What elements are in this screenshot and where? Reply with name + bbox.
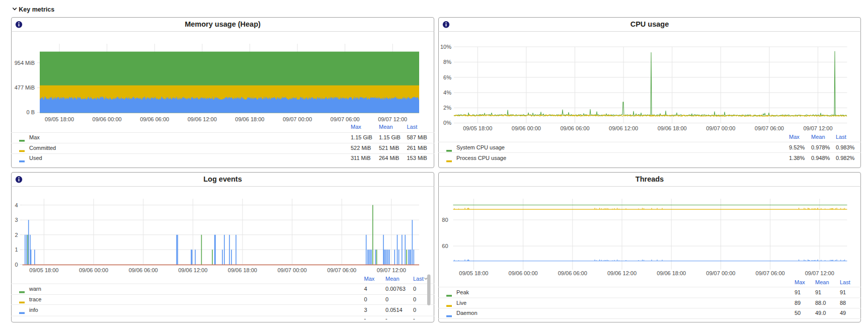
svg-text:0: 0 — [364, 296, 367, 302]
svg-text:09/07 00:00: 09/07 00:00 — [283, 116, 312, 122]
svg-text:4: 4 — [15, 202, 18, 208]
svg-text:09/07 12:00: 09/07 12:00 — [805, 270, 834, 276]
svg-text:91: 91 — [840, 289, 846, 295]
svg-text:09/06 12:00: 09/06 12:00 — [178, 267, 207, 273]
svg-text:Peak: Peak — [456, 289, 469, 295]
svg-text:3: 3 — [15, 217, 18, 223]
svg-text:1.15 GiB: 1.15 GiB — [351, 134, 372, 140]
svg-text:89: 89 — [795, 300, 801, 306]
svg-text:0: 0 — [15, 262, 18, 268]
svg-text:4%: 4% — [443, 90, 451, 96]
svg-text:587 MiB: 587 MiB — [407, 134, 427, 140]
svg-text:Process CPU usage: Process CPU usage — [456, 155, 506, 161]
svg-text:2: 2 — [15, 232, 18, 238]
svg-text:09/07 06:00: 09/07 06:00 — [755, 125, 784, 131]
svg-text:CPU usage: CPU usage — [630, 20, 669, 28]
svg-text:3: 3 — [364, 307, 367, 313]
svg-text:info: info — [29, 307, 38, 313]
svg-text:954 MiB: 954 MiB — [15, 60, 35, 66]
svg-text:Max: Max — [351, 124, 361, 130]
svg-text:10%: 10% — [440, 44, 451, 50]
svg-text:0.00763: 0.00763 — [385, 286, 406, 292]
svg-text:Mean: Mean — [811, 134, 825, 140]
svg-text:Max: Max — [789, 134, 800, 140]
svg-text:System CPU usage: System CPU usage — [456, 144, 505, 150]
svg-text:4: 4 — [364, 286, 367, 292]
svg-text:Last: Last — [407, 124, 418, 130]
svg-text:522 MiB: 522 MiB — [351, 145, 371, 151]
svg-text:2%: 2% — [443, 105, 451, 111]
svg-text:09/07 06:00: 09/07 06:00 — [331, 116, 360, 122]
svg-text:1: 1 — [15, 247, 18, 253]
svg-text:477 MiB: 477 MiB — [15, 85, 35, 91]
svg-text:09/06 00:00: 09/06 00:00 — [512, 125, 541, 131]
svg-text:-: - — [364, 315, 366, 321]
svg-text:0.982%: 0.982% — [836, 155, 855, 161]
svg-text:Mean: Mean — [379, 124, 393, 130]
svg-text:91: 91 — [815, 289, 821, 295]
svg-text:1.15 GiB: 1.15 GiB — [379, 134, 401, 140]
svg-text:09/06 18:00: 09/06 18:00 — [658, 125, 687, 131]
svg-text:Last: Last — [836, 134, 846, 140]
svg-text:09/07 12:00: 09/07 12:00 — [378, 116, 407, 122]
svg-text:0: 0 — [413, 307, 416, 313]
svg-text:9.52%: 9.52% — [789, 144, 805, 150]
svg-text:09/06 12:00: 09/06 12:00 — [609, 125, 638, 131]
svg-text:Key metrics: Key metrics — [19, 6, 54, 13]
svg-text:153 MiB: 153 MiB — [407, 155, 427, 161]
svg-text:0.983%: 0.983% — [836, 144, 855, 150]
svg-text:88.0: 88.0 — [815, 300, 826, 306]
svg-text:09/05 18:00: 09/05 18:00 — [29, 267, 58, 273]
svg-text:09/07 00:00: 09/07 00:00 — [706, 125, 735, 131]
svg-text:0.978%: 0.978% — [811, 144, 830, 150]
svg-text:-: - — [413, 315, 415, 321]
svg-text:09/06 00:00: 09/06 00:00 — [509, 270, 538, 276]
svg-text:09/06 06:00: 09/06 06:00 — [558, 270, 587, 276]
svg-text:0.0514: 0.0514 — [385, 307, 403, 313]
svg-text:09/06 18:00: 09/06 18:00 — [657, 270, 686, 276]
svg-text:Committed: Committed — [29, 145, 56, 151]
svg-text:0.948%: 0.948% — [811, 155, 830, 161]
svg-text:8%: 8% — [443, 59, 451, 65]
svg-text:91: 91 — [795, 289, 801, 295]
svg-text:Mean: Mean — [385, 276, 400, 282]
svg-text:0%: 0% — [443, 120, 451, 126]
svg-text:6%: 6% — [443, 74, 451, 80]
svg-text:09/07 06:00: 09/07 06:00 — [327, 267, 356, 273]
svg-text:09/06 12:00: 09/06 12:00 — [188, 116, 217, 122]
svg-text:09/05 18:00: 09/05 18:00 — [463, 125, 492, 131]
svg-text:09/06 00:00: 09/06 00:00 — [79, 267, 108, 273]
svg-text:09/06 06:00: 09/06 06:00 — [140, 116, 169, 122]
svg-text:88: 88 — [840, 300, 846, 306]
svg-text:09/06 06:00: 09/06 06:00 — [129, 267, 158, 273]
svg-text:Threads: Threads — [636, 175, 664, 183]
svg-text:0: 0 — [385, 296, 388, 302]
svg-text:Max: Max — [29, 134, 40, 140]
svg-text:Last: Last — [840, 279, 850, 285]
svg-text:warn: warn — [29, 286, 41, 292]
svg-text:Used: Used — [29, 155, 42, 161]
svg-text:60: 60 — [442, 243, 448, 249]
svg-text:trace: trace — [29, 296, 41, 302]
svg-text:0: 0 — [413, 296, 416, 302]
svg-text:09/07 12:00: 09/07 12:00 — [377, 267, 406, 273]
svg-text:Max: Max — [364, 276, 375, 282]
svg-text:261 MiB: 261 MiB — [407, 145, 427, 151]
svg-text:49.0: 49.0 — [815, 310, 826, 316]
svg-text:09/06 12:00: 09/06 12:00 — [607, 270, 637, 276]
svg-text:49: 49 — [840, 310, 846, 316]
svg-text:-: - — [385, 315, 387, 321]
svg-text:Mean: Mean — [815, 279, 829, 285]
svg-text:09/07 12:00: 09/07 12:00 — [803, 125, 832, 131]
svg-text:0 B: 0 B — [26, 109, 35, 115]
svg-text:09/07 00:00: 09/07 00:00 — [277, 267, 306, 273]
svg-text:Max: Max — [795, 279, 805, 285]
svg-text:1.38%: 1.38% — [789, 155, 805, 161]
svg-text:09/06 18:00: 09/06 18:00 — [228, 267, 257, 273]
svg-text:09/05 18:00: 09/05 18:00 — [45, 116, 74, 122]
svg-text:09/06 00:00: 09/06 00:00 — [93, 116, 122, 122]
svg-text:Log events: Log events — [203, 175, 242, 183]
svg-text:09/06 18:00: 09/06 18:00 — [235, 116, 264, 122]
svg-text:Live: Live — [456, 300, 466, 306]
svg-text:0: 0 — [413, 286, 416, 292]
